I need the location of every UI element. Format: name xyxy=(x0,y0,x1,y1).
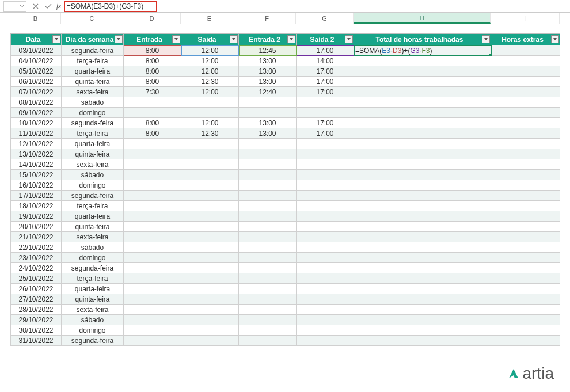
cell-D[interactable]: 8:00 xyxy=(124,77,181,87)
cell-E[interactable] xyxy=(181,201,239,211)
cell-I[interactable] xyxy=(491,325,560,336)
cell-C[interactable]: domingo xyxy=(62,325,124,336)
cell-C[interactable]: quarta-feira xyxy=(62,139,124,149)
cell-B[interactable]: 04/10/2022 xyxy=(11,56,62,66)
th-total[interactable]: Total de horas trabalhadas xyxy=(354,34,491,45)
confirm-formula-button[interactable] xyxy=(43,1,54,12)
filter-button[interactable] xyxy=(52,35,60,43)
cell-C[interactable]: sexta-feira xyxy=(62,232,124,242)
cell-B[interactable]: 14/10/2022 xyxy=(11,159,62,170)
cell-H[interactable] xyxy=(354,128,491,139)
cell-H[interactable] xyxy=(354,159,491,170)
cell-F[interactable] xyxy=(239,284,297,294)
cell-H[interactable] xyxy=(354,66,491,77)
filter-button[interactable] xyxy=(482,35,490,43)
cell-F[interactable] xyxy=(239,201,297,211)
cell-B[interactable]: 26/10/2022 xyxy=(11,284,62,294)
cell-G[interactable] xyxy=(297,222,354,232)
filter-button[interactable] xyxy=(551,35,559,43)
cell-D[interactable] xyxy=(124,149,181,159)
cell-I[interactable] xyxy=(491,87,560,97)
cell-H[interactable] xyxy=(354,336,491,346)
cell-B[interactable]: 16/10/2022 xyxy=(11,180,62,191)
cell-F[interactable]: 13:00 xyxy=(239,56,297,66)
cell-E[interactable] xyxy=(181,315,239,325)
col-header-H[interactable]: H xyxy=(354,13,491,24)
cell-H[interactable] xyxy=(354,201,491,211)
cell-H[interactable] xyxy=(354,87,491,97)
cell-C[interactable]: sexta-feira xyxy=(62,87,124,97)
cell-C[interactable]: domingo xyxy=(62,180,124,191)
cell-I[interactable] xyxy=(491,222,560,232)
cell-G[interactable] xyxy=(297,139,354,149)
cell-I[interactable] xyxy=(491,315,560,325)
cell-H[interactable] xyxy=(354,294,491,305)
cell-F[interactable] xyxy=(239,211,297,222)
cell-F[interactable] xyxy=(239,273,297,284)
cell-H[interactable]: =SOMA(E3-D3)+(G3-F3) xyxy=(354,45,491,56)
cell-B[interactable]: 09/10/2022 xyxy=(11,108,62,118)
cell-E[interactable]: 12:00 xyxy=(181,118,239,128)
col-header-B[interactable]: B xyxy=(10,13,61,24)
cell-I[interactable] xyxy=(491,180,560,191)
cell-E[interactable]: 12:00 xyxy=(181,66,239,77)
cell-E[interactable] xyxy=(181,191,239,201)
cell-D[interactable]: 8:00 xyxy=(124,128,181,139)
cell-H[interactable] xyxy=(354,263,491,273)
cell-B[interactable]: 08/10/2022 xyxy=(11,97,62,108)
cell-F[interactable] xyxy=(239,149,297,159)
cell-I[interactable] xyxy=(491,336,560,346)
cell-B[interactable]: 27/10/2022 xyxy=(11,294,62,305)
col-header-E[interactable]: E xyxy=(181,13,238,24)
cell-I[interactable] xyxy=(491,253,560,263)
col-header-D[interactable]: D xyxy=(123,13,181,24)
cell-H[interactable] xyxy=(354,191,491,201)
cell-B[interactable]: 17/10/2022 xyxy=(11,191,62,201)
cell-E[interactable]: 12:00 xyxy=(181,87,239,97)
cell-C[interactable]: sábado xyxy=(62,170,124,180)
cell-B[interactable]: 20/10/2022 xyxy=(11,222,62,232)
cell-D[interactable] xyxy=(124,108,181,118)
cell-C[interactable]: sexta-feira xyxy=(62,305,124,315)
cell-C[interactable]: quinta-feira xyxy=(62,294,124,305)
cell-C[interactable]: segunda-feira xyxy=(62,45,124,56)
cell-C[interactable]: domingo xyxy=(62,108,124,118)
cell-G[interactable]: 17:00 xyxy=(297,66,354,77)
cell-C[interactable]: segunda-feira xyxy=(62,191,124,201)
cell-H[interactable] xyxy=(354,180,491,191)
cell-E[interactable] xyxy=(181,242,239,253)
cell-E[interactable]: 12:30 xyxy=(181,77,239,87)
cell-H[interactable] xyxy=(354,242,491,253)
cell-B[interactable]: 22/10/2022 xyxy=(11,242,62,253)
cell-H[interactable] xyxy=(354,315,491,325)
cell-I[interactable] xyxy=(491,211,560,222)
cell-F[interactable] xyxy=(239,97,297,108)
fill-handle[interactable] xyxy=(489,54,492,57)
cell-F[interactable] xyxy=(239,263,297,273)
cell-I[interactable] xyxy=(491,139,560,149)
cell-G[interactable]: 14:00 xyxy=(297,56,354,66)
cell-D[interactable]: 8:00 xyxy=(124,66,181,77)
cell-D[interactable] xyxy=(124,263,181,273)
cell-D[interactable] xyxy=(124,273,181,284)
cell-E[interactable] xyxy=(181,294,239,305)
th-dia[interactable]: Dia da semana xyxy=(62,34,124,45)
cell-F[interactable] xyxy=(239,315,297,325)
cell-F[interactable] xyxy=(239,159,297,170)
cell-H[interactable] xyxy=(354,56,491,66)
cell-E[interactable]: 12:00 xyxy=(181,56,239,66)
cell-G[interactable] xyxy=(297,211,354,222)
cell-D[interactable] xyxy=(124,97,181,108)
cell-G[interactable] xyxy=(297,201,354,211)
cell-I[interactable] xyxy=(491,273,560,284)
cell-F[interactable] xyxy=(239,253,297,263)
cell-E[interactable] xyxy=(181,253,239,263)
name-box[interactable] xyxy=(3,1,26,12)
cell-F[interactable]: 13:00 xyxy=(239,128,297,139)
cell-H[interactable] xyxy=(354,284,491,294)
cell-G[interactable] xyxy=(297,108,354,118)
filter-button[interactable] xyxy=(345,35,353,43)
col-header-F[interactable]: F xyxy=(238,13,296,24)
cell-E[interactable] xyxy=(181,222,239,232)
cell-I[interactable] xyxy=(491,191,560,201)
